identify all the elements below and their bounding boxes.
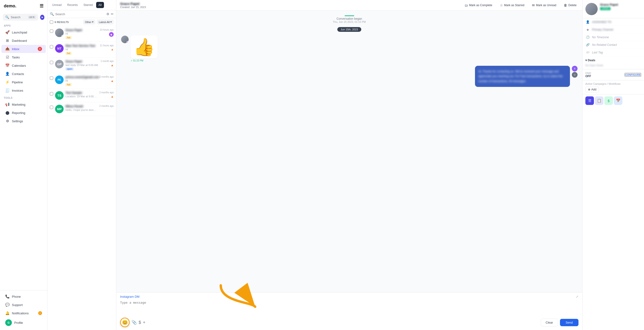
dashboard-label: Dashboard [12,39,27,42]
clear-button[interactable]: Clear [541,318,558,326]
tab-recents[interactable]: Recents [65,2,80,8]
contacts-icon: 👤 [5,72,10,76]
list-item[interactable]: NT New Test Service Test Hi hot 11 hours… [48,42,116,58]
configure-button[interactable]: CONFIGURE [624,73,641,77]
sidebar-item-inbox[interactable]: 📥 Inbox 0 [2,45,46,53]
list-item[interactable]: GP Grace Papet last reply 19 Mar at 9:05… [48,58,116,73]
tools-section-label: Tools [0,95,47,100]
deals-chevron-icon: ▾ [585,59,587,62]
menu-icon[interactable]: ☰ [40,3,44,8]
conv-checkbox[interactable] [50,106,53,109]
chat-header: Grace Papet Created: Jun 15, 2023 🗂 Mark… [116,0,582,11]
bottom-tab-1[interactable]: ☰ [585,96,594,105]
sidebar-item-tasks[interactable]: ☑ Tasks [2,53,46,61]
calendars-icon: 📅 [5,64,10,68]
sidebar: demo. ☰ 🔍 Search ctrl K ➤ Apps 🚀 Launchp… [0,0,48,330]
star-icon: ☆ [500,3,503,7]
search-shortcut: ctrl K [28,16,36,19]
plus-icon[interactable]: + [143,320,146,325]
flag-icon: ▲ [111,48,114,51]
date-badge-container: Jun 15th, 2023 [121,27,578,32]
filter-icon[interactable]: ⚙ [106,12,110,16]
sidebar-item-dashboard[interactable]: ⊞ Dashboard [2,36,46,45]
mark-starred-button[interactable]: ☆ Mark as Starred [498,2,526,8]
assigned-to-label: ASSIGNED TO [592,20,612,24]
expand-icon[interactable]: ⤢ [576,295,578,298]
settings-icon: ⚙ [5,119,10,123]
sidebar-item-invoices[interactable]: 🧾 Invoices [2,86,46,94]
bottom-tab-3[interactable]: $ [604,96,613,105]
bottom-tab-2[interactable]: 📋 [595,96,604,105]
sidebar-item-marketing[interactable]: 📢 Marketing [2,100,46,108]
trash-icon: 🗑 [564,3,567,7]
sidebar-item-profile[interactable]: G Profile [2,318,46,328]
sidebar-item-phone[interactable]: 📞 Phone [2,292,46,300]
dnd-value: OFF [585,74,591,78]
sidebar-item-support[interactable]: 💬 Support [2,301,46,309]
conv-preview: last reply 19 Mar at 9:05 AM [66,64,98,66]
sidebar-item-contacts[interactable]: 👤 Contacts [2,70,46,78]
conv-checkbox[interactable] [50,92,53,96]
contact-name-right: Grace Papet [600,3,618,6]
bottom-tab-4[interactable]: 📅 [614,96,622,105]
conv-tabs: Unread Recents Starred All [48,0,116,10]
unread-icon: ✉ [532,3,535,7]
campaigns-row: Active Campaigns / Workflows ⊕ Add [582,80,644,94]
tab-all[interactable]: All [96,2,104,8]
list-item[interactable]: MP Mikos Paredi Hello, I hope you're doi… [48,102,116,116]
conv-list-header: 6 RESULTS Other ▾ Latest-All ▾ [48,18,116,26]
mark-complete-button[interactable]: 🗂 Mark as Complete [463,2,494,8]
conv-avatar [55,28,64,37]
list-item[interactable]: TS Test Sample Location: 19 Mar at 9:00 … [48,89,116,102]
delete-button[interactable]: 🗑 Delete [562,2,578,8]
list-item[interactable]: Grace Papet Hi hot 10 hours ago ◆ [48,26,116,42]
send-button[interactable]: Send [560,319,578,326]
conv-preview: Hi [66,79,97,82]
contact-info: Grace Papet OPEN [600,3,618,10]
contacts-label: Contacts [12,72,24,76]
sort-dropdown[interactable]: Latest-All ▾ [97,20,114,24]
nav-arrow-icon[interactable]: ➤ [40,15,44,20]
sidebar-item-settings[interactable]: ⚙ Settings [2,117,46,125]
search-input[interactable] [55,12,105,16]
mark-unread-button[interactable]: ✉ Mark as Unread [530,2,558,8]
sidebar-item-notifications[interactable]: 🔔 Notifications 5 [2,309,46,317]
conversation-began-text: Conversation began [121,17,578,20]
compose-icon[interactable]: ✏ [111,12,114,16]
sidebar-item-calendars[interactable]: 📅 Calendars [2,62,46,70]
unread-label: Mark as Unread [536,4,556,7]
message-input[interactable] [120,301,578,313]
campaigns-label: Active Campaigns / Workflows [585,82,641,85]
conv-name: Mikos Paredi [66,105,97,108]
tab-starred[interactable]: Starred [81,2,95,8]
sidebar-item-reporting[interactable]: ⬤ Reporting [2,109,46,117]
dollar-icon[interactable]: $ [139,320,141,325]
reporting-icon: ⬤ [5,111,10,115]
sidebar-item-pipeline[interactable]: ⚡ Pipeline [2,78,46,86]
add-campaign-button[interactable]: ⊕ Add [585,87,599,92]
date-badge: Jun 15th, 2023 [337,27,361,32]
conv-name: prince.event@gmail.com [66,76,97,79]
conv-tags: hot [66,36,98,39]
conv-checkbox[interactable] [50,61,53,64]
conv-checkbox[interactable] [50,76,53,80]
conversation-began: Conversation began Thu, Jun 15 2023, 01:… [121,16,578,23]
emoji-button[interactable]: 😊 [120,318,130,327]
conv-checkbox[interactable] [50,45,53,48]
conv-time: 2 months ago [99,76,114,78]
conv-content: Mikos Paredi Hello, I hope you're doing … [66,105,97,112]
filter-other-dropdown[interactable]: Other ▾ [83,20,96,24]
tab-unread[interactable]: Unread [50,2,64,8]
conv-preview: Hi [66,32,98,35]
message-content-left: 👍 ✓ 01:15 PM [130,36,158,62]
list-item[interactable]: PE prince.event@gmail.com Hi hot 2 month… [48,73,116,89]
search-button[interactable]: 🔍 Search ctrl K [3,14,38,21]
conv-content: Grace Papet Hi hot [66,28,98,39]
conv-checkbox[interactable] [50,30,53,33]
profile-avatar: G [5,319,12,326]
conv-search-bar: 🔍 ⚙ ✏ [48,10,116,18]
select-all-checkbox[interactable] [50,20,53,24]
flag-icon: ▲ [110,64,114,67]
attachment-icon[interactable]: 📎 [132,320,137,325]
sidebar-item-launchpad[interactable]: 🚀 Launchpad [2,28,46,36]
